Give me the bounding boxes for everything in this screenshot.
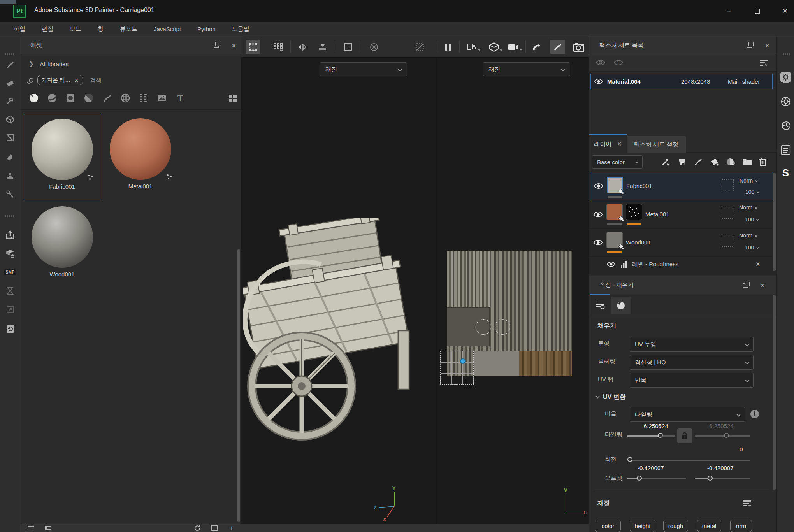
tiling-y-value[interactable]: 6.250524 (709, 423, 734, 429)
uv-manipulator-handle[interactable] (460, 358, 466, 364)
frame-view-icon[interactable] (211, 525, 218, 531)
info-icon[interactable] (750, 409, 760, 419)
shader-settings-icon[interactable] (780, 95, 792, 107)
show-all-eye-icon[interactable] (596, 58, 606, 67)
maximize-button[interactable] (751, 5, 763, 16)
projection-tool-icon[interactable] (3, 94, 17, 108)
uv-projection-manipulator[interactable] (440, 351, 474, 385)
tab-fill-parameters[interactable] (590, 294, 610, 314)
smudge-tool-icon[interactable] (3, 149, 17, 163)
material-view-cube-icon[interactable] (486, 40, 505, 54)
channel-filter-dropdown[interactable]: Base color (592, 155, 643, 169)
add-folder-icon[interactable] (741, 156, 754, 168)
clone-stamp-tool-icon[interactable] (3, 169, 17, 183)
lazy-mouse-icon[interactable] (413, 40, 427, 54)
layer-thumbnail[interactable] (606, 204, 623, 220)
eraser-tool-icon[interactable] (3, 76, 17, 90)
gizmo-manipulator-icon[interactable] (246, 40, 260, 54)
visibility-eye-icon[interactable] (594, 77, 603, 85)
color-picker-tool-icon[interactable] (3, 187, 17, 201)
channel-metal-button[interactable]: metal (697, 520, 721, 532)
refresh-shelf-icon[interactable] (194, 525, 201, 531)
layer-visibility-eye-icon[interactable] (593, 210, 603, 219)
offset-y-value[interactable]: -0.420007 (707, 465, 734, 471)
filter-procedurals-icon[interactable] (120, 93, 130, 103)
filter-smart-materials-icon[interactable] (47, 93, 57, 103)
layer-mask-placeholder[interactable] (722, 207, 733, 219)
assets-scrollbar[interactable] (237, 249, 240, 522)
history-hourglass-icon[interactable] (3, 284, 17, 298)
paint-mode-brush-icon[interactable] (550, 40, 565, 54)
search-filter-tag[interactable]: 가져온 리… ✕ (37, 75, 83, 85)
symmetry-vertical-icon[interactable] (315, 40, 330, 54)
resource-updater-icon[interactable] (3, 322, 17, 336)
tab-layers[interactable]: 레이어 ✕ (589, 134, 627, 153)
opacity-dropdown[interactable]: 100 (745, 189, 759, 195)
history-icon[interactable] (780, 119, 792, 132)
channel-color-button[interactable]: color (595, 520, 621, 532)
viewport-2d[interactable]: 재질 V U (437, 58, 589, 524)
blend-mode-dropdown[interactable]: Norm (739, 204, 757, 211)
menu-viewport[interactable]: 뷰포트 (112, 25, 146, 33)
scale-mode-dropdown[interactable]: 타일링 (630, 407, 745, 422)
export-icon[interactable] (3, 228, 17, 242)
split-view-icon[interactable] (464, 40, 483, 54)
filter-alphas-icon[interactable] (139, 93, 149, 103)
tiling-y-slider[interactable] (695, 435, 750, 437)
add-fill-layer-icon[interactable] (708, 156, 721, 168)
close-button[interactable]: ✕ (779, 5, 791, 16)
asset-card-metal001[interactable]: Metal001 (102, 114, 179, 200)
layer-thumbnail[interactable] (606, 232, 623, 248)
asset-card-wood001[interactable]: Wood001 (24, 202, 100, 288)
add-effect-wand-icon[interactable] (659, 156, 672, 168)
opacity-dropdown[interactable]: 100 (745, 216, 759, 223)
solo-eye-icon[interactable]: 1 (613, 58, 624, 67)
properties-scrollbar[interactable] (773, 295, 776, 490)
display-settings-icon[interactable] (780, 71, 792, 83)
rotation-value[interactable]: 0 (740, 446, 743, 453)
menu-window[interactable]: 창 (90, 25, 112, 33)
layer-row-wood001[interactable]: Wood001 Norm 100 (590, 229, 773, 257)
minimize-button[interactable]: – (724, 5, 735, 16)
add-resource-icon[interactable]: + (228, 525, 235, 531)
view-3d-mode-dropdown[interactable]: 재질 (320, 62, 407, 76)
layer-mask-placeholder[interactable] (722, 179, 734, 191)
layer-thumbnail[interactable] (607, 177, 623, 193)
frame-selection-icon[interactable] (341, 40, 355, 54)
properties-close-icon[interactable]: ✕ (758, 281, 767, 290)
filter-materials-icon[interactable] (29, 93, 39, 103)
channel-rough-button[interactable]: rough (663, 520, 688, 532)
tiling-mode-icon[interactable] (271, 40, 286, 54)
texture-set-float-icon[interactable] (745, 41, 754, 50)
menu-file[interactable]: 파일 (5, 25, 33, 33)
pause-engine-icon[interactable] (441, 40, 455, 54)
tiling-x-value[interactable]: 6.250524 (644, 423, 668, 429)
polygon-select-tool-icon[interactable] (3, 131, 17, 145)
add-mask-icon[interactable] (725, 156, 737, 168)
add-smart-material-icon[interactable] (676, 156, 688, 168)
offset-x-slider[interactable] (627, 478, 686, 479)
asset-search-field[interactable]: 가져온 리… ✕ 검색 (29, 75, 102, 85)
filter-fonts-icon[interactable]: T (175, 93, 185, 103)
layer-visibility-eye-icon[interactable] (593, 238, 603, 247)
filter-filters-icon[interactable] (84, 93, 94, 103)
uv-transform-section-header[interactable]: UV 변환 (596, 393, 626, 401)
grid-view-icon[interactable] (229, 95, 237, 102)
channel-height-button[interactable]: height (630, 520, 655, 532)
filtering-dropdown[interactable]: 겹선형 | HQ (630, 355, 754, 370)
layers-scrollbar[interactable] (773, 173, 776, 271)
viewport-3d[interactable]: 재질 (241, 58, 436, 524)
resources-library-icon[interactable] (3, 247, 17, 261)
layer-mask-thumbnail[interactable] (626, 204, 642, 220)
uv-wrap-dropdown[interactable]: 반복 (630, 373, 754, 388)
layer-mask-placeholder[interactable] (722, 235, 733, 247)
projection-dropdown[interactable]: UV 투영 (630, 337, 754, 352)
details-view-icon[interactable] (44, 525, 51, 531)
menu-mode[interactable]: 모드 (61, 25, 90, 33)
properties-float-icon[interactable] (741, 281, 750, 290)
reset-view-icon[interactable] (367, 40, 381, 54)
dock-grip[interactable] (780, 48, 792, 60)
symmetry-horizontal-icon[interactable] (295, 40, 310, 54)
blend-mode-dropdown[interactable]: Norm (739, 232, 757, 239)
layer-row-metal001[interactable]: Metal001 Norm 100 (590, 201, 773, 229)
